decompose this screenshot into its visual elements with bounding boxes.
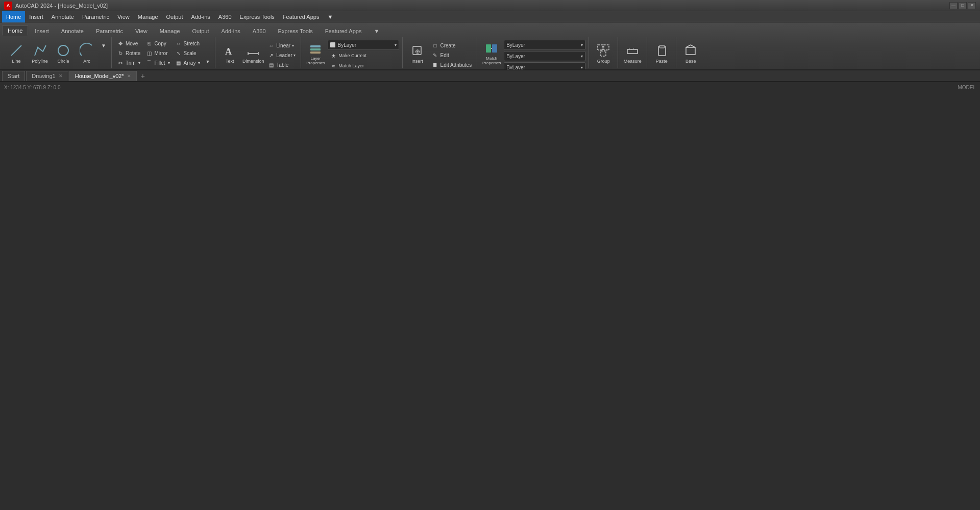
- trim-button[interactable]: ✂ Trim ▾: [115, 58, 142, 67]
- tab-a360[interactable]: A360: [247, 26, 272, 36]
- layer-match-row: ≈ Match Layer: [328, 61, 399, 69]
- properties-bylayer-combo2[interactable]: ByLayer ▾: [504, 51, 585, 61]
- svg-text:A: A: [225, 46, 232, 57]
- annotation-col: ↔ Linear ▾ ↗ Leader ▾ ▤ Table: [265, 39, 298, 69]
- array-label: Array: [184, 60, 196, 66]
- measure-button[interactable]: Measure: [621, 39, 644, 68]
- tab-view[interactable]: View: [130, 26, 153, 36]
- stretch-button[interactable]: ↔ Stretch: [173, 39, 203, 48]
- menu-featured[interactable]: Featured Apps: [279, 11, 324, 22]
- tab-output[interactable]: Output: [187, 26, 215, 36]
- tab-start[interactable]: Start: [2, 71, 25, 81]
- layer-combo[interactable]: ByLayer ▾: [328, 40, 399, 50]
- menu-express[interactable]: Express Tools: [236, 11, 279, 22]
- tab-featured[interactable]: Featured Apps: [320, 26, 368, 36]
- tab-insert[interactable]: Insert: [29, 26, 55, 36]
- rotate-button[interactable]: ↻ Rotate: [115, 48, 142, 58]
- text-button[interactable]: A Text: [218, 39, 241, 68]
- ribbon-group-clipboard: Paste Clipboard: [647, 37, 676, 68]
- draw-more-button[interactable]: ▼: [99, 41, 108, 50]
- scale-button[interactable]: ⤡ Scale: [173, 48, 203, 58]
- properties-col: ByLayer ▾ ByLayer ▾ ByLayer ▾: [504, 39, 585, 69]
- properties-bylayer-combo3[interactable]: ByLayer ▾: [504, 62, 585, 69]
- svg-rect-16: [601, 51, 606, 56]
- array-dropdown[interactable]: ▾: [198, 61, 200, 65]
- circle-button[interactable]: Circle: [52, 39, 75, 68]
- tab-addins[interactable]: Add-ins: [216, 26, 246, 36]
- layer-properties-button[interactable]: Layer Properties: [304, 39, 327, 68]
- menu-annotate[interactable]: Annotate: [47, 11, 78, 22]
- block-edit-button[interactable]: ✎ Edit: [429, 50, 474, 60]
- svg-rect-15: [604, 45, 609, 50]
- match-layer-button[interactable]: ≈ Match Layer: [328, 61, 366, 69]
- tab-house-close[interactable]: ✕: [127, 73, 131, 79]
- paste-icon: [654, 43, 669, 58]
- modify-more[interactable]: ▼: [203, 57, 212, 66]
- line-icon: [9, 43, 23, 58]
- polyline-button[interactable]: Polyline: [29, 39, 51, 68]
- mirror-icon: ◫: [145, 49, 153, 57]
- ribbon-group-block: ⊕ Insert □ Create ✎ Edit ≣: [403, 37, 477, 68]
- menu-a360[interactable]: A360: [214, 11, 236, 22]
- copy-button[interactable]: ⎘ Copy: [143, 39, 172, 48]
- view-group-content: Base: [679, 37, 702, 68]
- move-button[interactable]: ✥ Move: [115, 39, 142, 48]
- menu-output[interactable]: Output: [162, 11, 187, 22]
- fillet-label: Fillet: [154, 60, 165, 66]
- match-properties-button[interactable]: MatchProperties: [480, 39, 503, 68]
- tab-express[interactable]: Express Tools: [273, 26, 318, 36]
- fillet-button[interactable]: ⌒ Fillet ▾: [143, 58, 172, 67]
- menu-view[interactable]: View: [113, 11, 134, 22]
- dimension-button[interactable]: Dimension: [242, 39, 264, 68]
- menu-addins[interactable]: Add-ins: [187, 11, 214, 22]
- match-properties-label: MatchProperties: [482, 57, 501, 66]
- base-icon: [683, 43, 698, 58]
- array-button[interactable]: ▦ Array ▾: [173, 58, 203, 67]
- minimize-button[interactable]: —: [949, 2, 958, 9]
- create-button[interactable]: □ Create: [429, 41, 474, 50]
- insert-button[interactable]: ⊕ Insert: [406, 39, 428, 68]
- annotation-group-content: A Text Dimension: [218, 37, 298, 69]
- line-button[interactable]: Line: [5, 39, 28, 68]
- arc-button[interactable]: Arc: [76, 39, 98, 68]
- app-icon: A: [4, 2, 12, 10]
- menu-parametric[interactable]: Parametric: [78, 11, 113, 22]
- edit-attributes-button[interactable]: ≣ Edit Attributes: [429, 60, 474, 69]
- block-edit-icon: ✎: [431, 52, 438, 59]
- tab-annotate[interactable]: Annotate: [56, 26, 89, 36]
- tab-manage[interactable]: Manage: [154, 26, 186, 36]
- menu-more[interactable]: ▼: [323, 11, 337, 22]
- linear-button[interactable]: ↔ Linear ▾: [265, 41, 298, 50]
- tab-parametric[interactable]: Parametric: [90, 26, 129, 36]
- svg-rect-7: [310, 48, 321, 50]
- properties-bylayer-combo1[interactable]: ByLayer ▾: [504, 40, 585, 50]
- base-button[interactable]: Base: [679, 39, 702, 68]
- fillet-dropdown[interactable]: ▾: [168, 61, 170, 65]
- trim-dropdown[interactable]: ▾: [138, 61, 140, 65]
- tab-house-label: House_Model_v02*: [75, 73, 124, 79]
- menu-home[interactable]: Home: [2, 11, 25, 22]
- tab-drawing1-close[interactable]: ✕: [59, 73, 63, 79]
- properties-group-content: MatchProperties ByLayer ▾ ByLayer ▾ ByLa…: [480, 37, 585, 69]
- menu-insert[interactable]: Insert: [25, 11, 47, 22]
- tab-drawing1-label: Drawing1: [32, 73, 55, 79]
- mirror-button[interactable]: ◫ Mirror: [143, 48, 172, 58]
- close-button[interactable]: ✕: [968, 2, 976, 9]
- menu-manage[interactable]: Manage: [134, 11, 162, 22]
- restore-button[interactable]: □: [959, 2, 967, 9]
- tab-add-button[interactable]: +: [138, 71, 148, 81]
- table-button[interactable]: ▤ Table: [265, 60, 298, 69]
- linear-dropdown[interactable]: ▾: [292, 43, 294, 48]
- tab-custom[interactable]: ▼: [368, 26, 385, 36]
- leader-button[interactable]: ↗ Leader ▾: [265, 50, 298, 60]
- bylayer3-arrow: ▾: [581, 65, 583, 70]
- modify-col-1: ✥ Move ↻ Rotate ✂ Trim ▾: [115, 39, 142, 67]
- paste-button[interactable]: Paste: [650, 39, 673, 68]
- tab-home[interactable]: Home: [2, 26, 28, 36]
- group-button[interactable]: Group: [592, 39, 615, 68]
- tab-house-model[interactable]: House_Model_v02* ✕: [69, 71, 137, 81]
- match-properties-icon: [484, 41, 499, 56]
- make-current-button[interactable]: ★ Make Current: [328, 51, 369, 60]
- leader-dropdown[interactable]: ▾: [293, 53, 296, 58]
- tab-drawing1[interactable]: Drawing1 ✕: [26, 71, 68, 81]
